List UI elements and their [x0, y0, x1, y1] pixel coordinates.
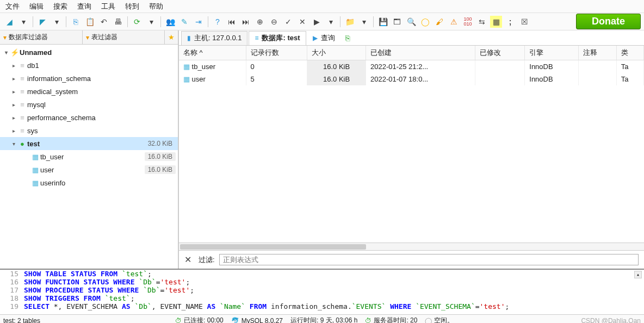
menu-goto[interactable]: 转到 [125, 2, 139, 11]
dropdown-icon[interactable]: ▾ [325, 16, 337, 28]
table-icon: ▦ [30, 166, 40, 174]
table-row[interactable]: ▦ tb_user 0 16.0 KiB 2022-01-25 21:2...I… [179, 60, 644, 73]
print-icon[interactable]: 🖶 [112, 16, 124, 28]
refresh-icon[interactable]: ⟳ [131, 16, 143, 28]
db-node[interactable]: ▸ ≡ information_schema [0, 72, 178, 85]
help-icon[interactable]: ? [212, 16, 224, 28]
first-icon[interactable]: ⏮ [226, 16, 238, 28]
export-icon[interactable]: ⇥ [193, 16, 205, 28]
menu-edit[interactable]: 编辑 [29, 2, 44, 11]
dropdown-icon[interactable]: ▾ [358, 16, 370, 28]
table-list: 名称 ^记录行数大小已创建已修改引擎注释类 ▦ tb_user 0 16.0 K… [179, 46, 644, 243]
add-icon[interactable]: ⊕ [254, 16, 266, 28]
menu-search[interactable]: 搜索 [53, 2, 67, 11]
warning-icon[interactable]: ⚠ [448, 16, 460, 28]
table-node[interactable]: ▦ userinfo [0, 176, 178, 189]
connection-node[interactable]: ▾ ⚡ Unnamed [0, 46, 178, 59]
host-tab[interactable]: ▮ 主机: 127.0.0.1 [181, 31, 247, 45]
check-icon[interactable]: ✓ [282, 16, 294, 28]
disconnect-icon[interactable]: ◤ [36, 16, 48, 28]
brush-icon[interactable]: 🖌 [434, 16, 445, 28]
remove-icon[interactable]: ⊖ [268, 16, 280, 28]
db-node-selected[interactable]: ▾ ● test 32.0 KiB [0, 137, 178, 150]
db-node[interactable]: ▸ ≡ medical_system [0, 85, 178, 98]
close-icon[interactable]: ✕ [184, 254, 194, 265]
db-node[interactable]: ▸ ≡ sys [0, 124, 178, 137]
menu-query[interactable]: 查询 [77, 2, 91, 11]
sidebar: ▾数据库过滤器 ▾表过滤器 ★ ▾ ⚡ Unnamed ▸ ≡ db1 ▸ ≡ … [0, 30, 178, 269]
dropdown-icon[interactable]: ▾ [145, 16, 157, 28]
query-tab[interactable]: ▶ 查询 [307, 31, 340, 45]
binary-icon[interactable]: 100010 [462, 16, 474, 28]
dropdown-icon[interactable]: ▾ [51, 16, 63, 28]
column-header[interactable]: 记录行数 [246, 46, 307, 60]
column-header[interactable]: 名称 ^ [179, 46, 246, 60]
save-icon[interactable]: 💾 [377, 16, 389, 28]
chevron-down-icon: ▾ [2, 49, 10, 55]
db-node[interactable]: ▸ ≡ mysql [0, 98, 178, 111]
run-icon[interactable]: ▶ [311, 16, 323, 28]
table-row[interactable]: ▦ user 5 16.0 KiB 2022-01-07 18:0...Inno… [179, 73, 644, 85]
server-icon: ⚡ [10, 48, 20, 57]
toolbar: ◢ ▾ ◤ ▾ ⎘ 📋 ↶ 🖶 ⟳ ▾ 👥 ✎ ⇥ ? ⏮ ⏭ ⊕ ⊖ ✓ ✕ … [0, 13, 644, 30]
cancel-icon[interactable]: ✕ [296, 16, 308, 28]
favorites-icon[interactable]: ★ [165, 30, 178, 44]
status-idle: ◯空闲。 [425, 316, 454, 323]
database-icon: ≡ [17, 101, 27, 109]
sql-log[interactable]: ▴ 15SHOW TABLE STATUS FROM `test`; 16SHO… [0, 269, 644, 314]
column-header[interactable]: 已修改 [475, 46, 524, 60]
column-header[interactable]: 已创建 [366, 46, 475, 60]
filter-bar: ✕ 过滤: [179, 250, 644, 269]
horizontal-scrollbar[interactable] [179, 243, 644, 250]
database-icon: ≡ [17, 88, 27, 96]
database-icon: ≡ [17, 127, 27, 135]
column-header[interactable]: 大小 [307, 46, 366, 60]
table-icon: ▦ [30, 153, 40, 161]
filter-input[interactable] [219, 254, 639, 265]
table-node[interactable]: ▦ tb_user 16.0 KiB [0, 150, 178, 163]
close-icon[interactable]: ☒ [518, 16, 530, 28]
column-header[interactable]: 类 [616, 46, 643, 60]
host-icon: ▮ [187, 34, 191, 42]
search-icon[interactable]: 🔍 [405, 16, 417, 28]
status-tables: test: 2 tables [3, 317, 40, 324]
watermark: CSDN @Dahlia.Qan [581, 317, 641, 324]
db-node[interactable]: ▸ ≡ performance_schema [0, 111, 178, 124]
status-uptime: 运行时间: 9 天, 03:06 h [290, 316, 357, 323]
window-icon[interactable]: 🗔 [391, 16, 403, 28]
paste-icon[interactable]: 📋 [84, 16, 96, 28]
new-tab-icon[interactable]: ⎘ [342, 32, 354, 44]
database-icon: ● [17, 140, 27, 148]
undo-icon[interactable]: ↶ [98, 16, 110, 28]
scroll-up-icon[interactable]: ▴ [634, 271, 642, 278]
chevron-right-icon: ▸ [10, 115, 17, 121]
semicolon-icon[interactable]: ; [504, 16, 516, 28]
sql-line: 17SHOW PROCEDURE STATUS WHERE `Db`='test… [0, 286, 644, 294]
status-servertime: ⏱服务器时间: 20 [365, 316, 417, 323]
table-filter-tab[interactable]: ▾表过滤器 [83, 30, 165, 44]
connect-icon[interactable]: ◢ [3, 16, 15, 28]
donate-button[interactable]: Donate [576, 14, 641, 29]
chevron-right-icon: ▸ [10, 76, 17, 82]
db-node[interactable]: ▸ ≡ db1 [0, 59, 178, 72]
folder-icon[interactable]: 📁 [344, 16, 356, 28]
cursor-icon[interactable]: ◯ [419, 16, 431, 28]
menu-help[interactable]: 帮助 [149, 2, 163, 11]
dropdown-icon[interactable]: ▾ [17, 16, 29, 28]
menu-file[interactable]: 文件 [5, 2, 20, 11]
copy-icon[interactable]: ⎘ [70, 16, 82, 28]
table-node[interactable]: ▦ user 16.0 KiB [0, 163, 178, 176]
users-icon[interactable]: 👥 [164, 16, 176, 28]
last-icon[interactable]: ⏭ [240, 16, 252, 28]
edit-icon[interactable]: ✎ [178, 16, 190, 28]
database-tab[interactable]: ≡ 数据库: test [249, 31, 306, 45]
menu-tools[interactable]: 工具 [101, 2, 115, 11]
column-header[interactable]: 注释 [578, 46, 616, 60]
database-icon: ≡ [17, 74, 27, 83]
sql-line: 19SELECT *, EVENT_SCHEMA AS `Db`, EVENT_… [0, 302, 644, 310]
highlight-icon[interactable]: ▦ [490, 16, 502, 28]
db-filter-tab[interactable]: ▾数据库过滤器 [0, 30, 83, 44]
sql-line: 15SHOW TABLE STATUS FROM `test`; [0, 270, 644, 278]
column-header[interactable]: 引擎 [525, 46, 578, 60]
wrap-icon[interactable]: ⇆ [476, 16, 488, 28]
